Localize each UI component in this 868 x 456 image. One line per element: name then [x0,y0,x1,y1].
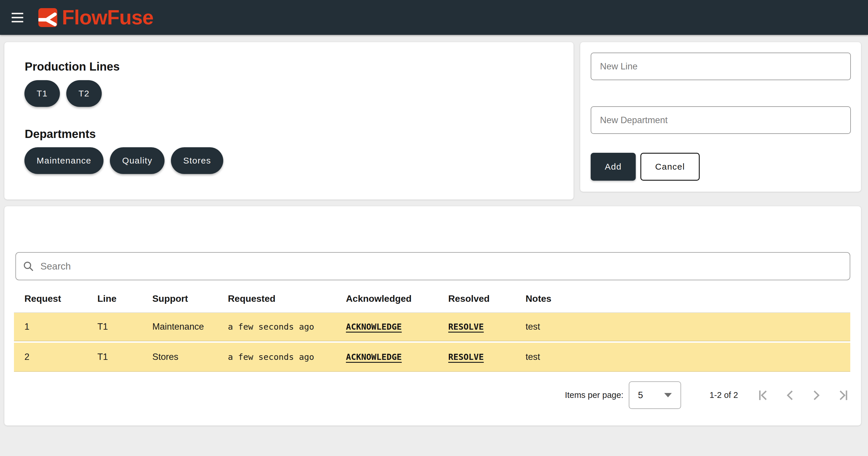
page-range-label: 1-2 of 2 [710,390,738,400]
chevron-left-icon [783,388,797,402]
cell-request: 2 [24,352,97,362]
cell-support: Maintenance [152,322,228,332]
cell-line: T1 [97,322,152,332]
search-input[interactable] [16,252,850,280]
add-button[interactable]: Add [591,153,636,181]
cell-requested: a few seconds ago [228,322,346,332]
column-header-acknowledged: Acknowledged [346,293,448,304]
column-header-support: Support [152,293,228,304]
resolve-link[interactable]: RESOLVE [448,352,484,362]
pagination-bar: Items per page: 5 1-2 of 2 [565,381,850,409]
cancel-button[interactable]: Cancel [641,153,700,181]
production-line-chip[interactable]: T2 [66,80,102,107]
hamburger-icon [12,13,23,14]
column-header-notes: Notes [526,293,850,304]
requests-table-card: Request Line Support Requested Acknowled… [4,206,861,425]
department-chip[interactable]: Maintenance [24,147,103,174]
cell-request: 1 [24,322,97,332]
column-header-requested: Requested [228,293,346,304]
brand-logo: FlowFuse [38,6,154,29]
column-header-request: Request [24,293,97,304]
last-page-icon [836,388,850,402]
table-row: 1 T1 Maintenance a few seconds ago ACKNO… [14,312,850,341]
production-lines-heading: Production Lines [25,60,120,73]
items-per-page-value: 5 [638,390,643,400]
add-form-card: Add Cancel [580,42,861,192]
first-page-icon [756,388,770,402]
new-department-input[interactable] [591,106,851,134]
department-chip[interactable]: Stores [171,147,223,174]
menu-button[interactable] [7,7,28,28]
column-header-resolved: Resolved [448,293,526,304]
table-header-row: Request Line Support Requested Acknowled… [14,290,850,307]
acknowledge-link[interactable]: ACKNOWLEDGE [346,322,402,332]
items-per-page-select[interactable]: 5 [629,381,681,409]
production-line-chip[interactable]: T1 [24,80,60,107]
chevron-right-icon [810,388,824,402]
acknowledge-link[interactable]: ACKNOWLEDGE [346,352,402,362]
search-bar [16,252,850,280]
first-page-button[interactable] [756,388,770,402]
production-lines-chip-row: T1 T2 [24,80,102,107]
filters-card: Production Lines T1 T2 Departments Maint… [4,42,574,199]
pagination-controls [756,388,850,402]
previous-page-button[interactable] [783,388,797,402]
resolve-link[interactable]: RESOLVE [448,322,484,332]
cell-notes: test [526,322,850,332]
caret-down-icon [664,393,672,397]
brand-name: FlowFuse [62,6,154,29]
department-chip[interactable]: Quality [110,147,164,174]
cell-line: T1 [97,352,152,362]
last-page-button[interactable] [836,388,850,402]
departments-chip-row: Maintenance Quality Stores [24,147,223,174]
next-page-button[interactable] [810,388,824,402]
search-icon [22,260,35,272]
cell-support: Stores [152,352,228,362]
flowfuse-branch-icon [38,8,57,27]
departments-heading: Departments [25,128,96,140]
cell-requested: a few seconds ago [228,352,346,362]
items-per-page-label: Items per page: [565,390,623,400]
top-navbar: FlowFuse [0,0,868,35]
column-header-line: Line [97,293,152,304]
new-line-input[interactable] [591,53,851,80]
cell-notes: test [526,352,850,362]
table-row: 2 T1 Stores a few seconds ago ACKNOWLEDG… [14,343,850,372]
